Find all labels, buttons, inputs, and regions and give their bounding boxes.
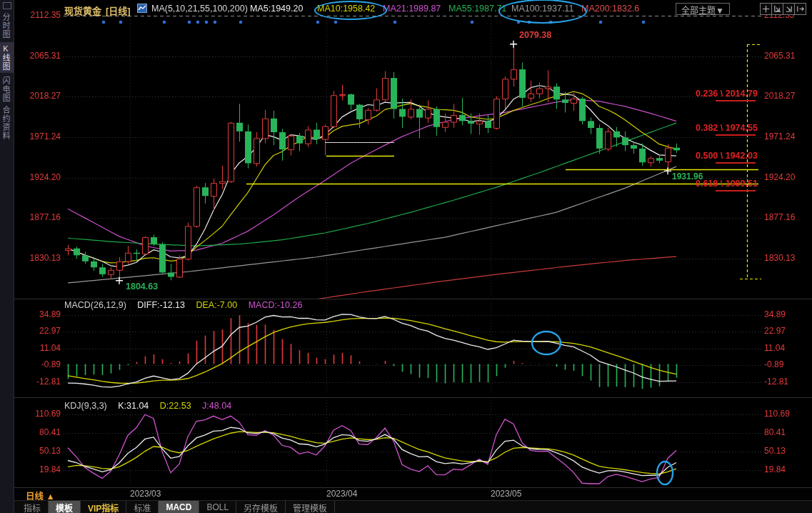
trading-terminal: 分时图K线图闪电图合约资料 现货黄金 [日线] MA(5,10,21,55,10… [0,0,812,513]
tab-标准[interactable]: 标准 [126,501,159,513]
macd-title: MACD(26,12,9) [64,300,126,310]
symbol-title: 现货黄金 [64,4,101,17]
macd-diff-value: DIFF:-12.13 [137,300,185,310]
tab-管理模板[interactable]: 管理模板 [286,501,335,513]
macd-panel-header: MACD(26,12,9) DIFF:-12.13 DEA:-7.00 MACD… [64,300,311,310]
tab-VIP指标[interactable]: VIP指标 [81,501,126,513]
kdj-axis-label-right-1: 80.41 [764,427,786,437]
price-axis-label-right-5: 1877.16 [764,212,795,222]
macd-dea-value: DEA:-7.00 [196,300,238,310]
left-sidebar: 分时图K线图闪电图合约资料 [0,0,14,513]
low-price-label: 1804.63 [126,282,158,292]
fib-level-label-1: 0.382 \ 1974.55 [696,123,758,133]
kdj-panel-header: KDJ(9,3,3) K:31.04 D:22.53 J:48.04 [64,401,240,411]
kdj-axis-label-left-2: 50.13 [20,446,61,456]
ma-value-3: MA55:1987.71 [448,4,506,14]
macd-axis-label-right-1: 22.97 [764,326,786,336]
macd-axis-label-left-2: 11.04 [20,343,61,353]
fib-level-underline-1 [716,134,756,136]
indicator-icon[interactable] [137,4,147,13]
ma-value-5: MA200:1832.6 [581,4,639,14]
price-axis-label-left-6: 1830.13 [20,253,61,263]
theme-dropdown-button[interactable]: 全部主题▼ [676,3,730,15]
header-toolbar [761,3,806,15]
date-label-2: 2023/05 [491,489,521,499]
chart-canvas[interactable] [0,0,812,513]
sidebar-chart-icon [3,2,11,9]
bottom-tab-bar: 指标模板VIP指标标准MACDBOLL另存模板管理模板 [14,500,812,513]
price-axis-label-left-3: 1971.24 [20,131,61,141]
price-axis-label-right-4: 1924.20 [764,172,795,182]
ma-value-1: MA10:1958.42 [317,4,375,14]
date-label-0: 2023/03 [130,489,161,499]
price-axis-label-left-4: 1924.20 [20,172,61,182]
kdj-title: KDJ(9,3,3) [64,401,107,411]
period-tag: [日线] [106,4,131,17]
date-axis-bar: 日线 ▲ 2023/032023/042023/05 [14,487,812,499]
kdj-axis-label-left-3: 19.84 [20,464,61,474]
macd-macd-value: MACD:-10.26 [249,300,303,310]
fib-level-underline-3 [716,190,756,191]
macd-axis-label-right-0: 34.89 [764,309,786,319]
tab-模板[interactable]: 模板 [49,501,81,513]
date-label-1: 2023/04 [326,489,357,499]
fib-level-label-0: 0.236 \ 2014.79 [696,89,758,99]
price-axis-label-right-1: 2065.31 [764,51,795,61]
sidebar-item-2[interactable]: 闪电图 [0,76,14,102]
crosshair-icon[interactable] [760,3,772,15]
macd-axis-label-left-4: -12.81 [20,377,61,387]
fib-level-label-2: 0.500 \ 1942.03 [696,151,758,161]
macd-axis-label-right-4: -12.81 [764,377,788,387]
high-price-label: 2079.38 [519,30,551,40]
price-axis-label-left-5: 1877.16 [20,212,61,222]
price-axis-label-left-1: 2065.31 [20,51,61,61]
exit-chart-icon[interactable] [794,3,806,15]
macd-axis-label-right-3: -0.89 [764,359,783,369]
ma-value-0: MA5:1949.20 [250,4,303,14]
fib-level-label-3: 0.618 \ 1909.51 [696,179,758,189]
macd-axis-label-left-3: -0.89 [20,359,61,369]
sidebar-item-1[interactable]: K线图 [0,42,14,73]
chart-header: 现货黄金 [日线] MA(5,10,21,55,100,200) MA5:194… [14,0,812,19]
macd-axis-label-left-1: 22.97 [20,326,61,336]
ma-value-4: MA100:1937.11 [511,4,573,14]
kdj-d-value: D:22.53 [160,401,191,411]
tab-另存模板[interactable]: 另存模板 [236,501,286,513]
sidebar-item-0[interactable]: 分时图 [0,13,14,39]
kdj-axis-label-left-0: 110.69 [20,409,61,419]
macd-axis-label-left-0: 34.89 [20,309,61,319]
fib-level-underline-2 [716,162,756,164]
fib-level-underline-0 [716,100,756,101]
kdj-k-value: K:31.04 [118,401,149,411]
tab-指标[interactable]: 指标 [16,501,49,513]
price-axis-label-right-3: 1971.24 [764,131,795,141]
macd-axis-label-right-2: 11.04 [764,343,785,353]
kdj-axis-label-right-0: 110.69 [764,409,790,419]
axis-scale-icon[interactable] [771,3,783,15]
price-axis-label-left-2: 2018.27 [20,91,61,101]
tab-MACD[interactable]: MACD [159,501,199,513]
ma-value-2: MA21:1989.87 [383,4,441,14]
kdj-j-value: J:48.04 [202,401,231,411]
kdj-axis-label-right-3: 19.84 [764,464,786,474]
price-axis-label-right-6: 1830.13 [764,253,795,263]
ma-params: MA(5,10,21,55,100,200) [151,4,248,14]
tab-BOLL[interactable]: BOLL [199,501,236,513]
kdj-axis-label-right-2: 50.13 [764,446,786,456]
kdj-axis-label-left-1: 80.41 [20,427,61,437]
sidebar-item-3[interactable]: 合约资料 [0,106,14,140]
price-axis-label-right-2: 2018.27 [764,91,795,101]
axis-move-icon[interactable] [783,3,795,15]
